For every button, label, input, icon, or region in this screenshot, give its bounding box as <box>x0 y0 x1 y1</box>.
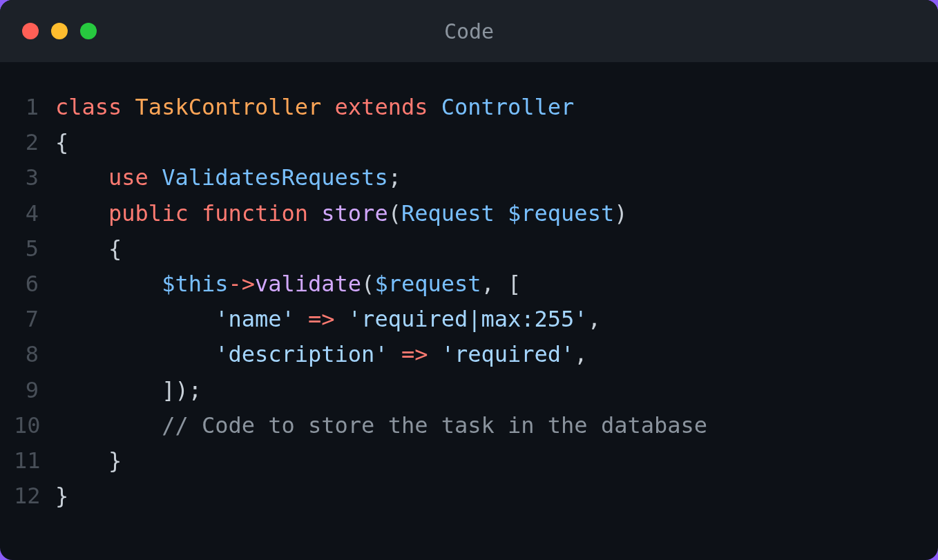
code-token: 'required' <box>441 341 575 367</box>
code-line[interactable]: 12} <box>14 479 924 514</box>
code-content[interactable]: } <box>55 479 68 514</box>
code-token: ; <box>388 164 401 191</box>
code-token: } <box>55 483 68 509</box>
code-token: ]); <box>55 377 202 403</box>
code-token: validate <box>255 271 361 297</box>
code-token <box>428 341 441 367</box>
code-line[interactable]: 5 { <box>14 231 924 267</box>
code-token: 'description' <box>215 341 387 367</box>
code-token: function <box>202 200 308 226</box>
code-token <box>55 164 108 191</box>
code-token <box>55 341 215 367</box>
line-number: 2 <box>14 125 55 160</box>
code-line[interactable]: 4 public function store(Request $request… <box>14 196 924 231</box>
code-token: ) <box>614 200 627 226</box>
code-content[interactable]: // Code to store the task in the databas… <box>55 408 707 443</box>
code-window: Code 1class TaskController extends Contr… <box>0 0 938 560</box>
code-line[interactable]: 6 $this->validate($request, [ <box>14 267 924 302</box>
code-token: Request <box>401 200 495 226</box>
code-token: $request <box>508 200 614 226</box>
code-token: } <box>55 447 122 474</box>
code-content[interactable]: public function store(Request $request) <box>55 196 627 231</box>
code-token <box>149 164 162 191</box>
minimize-button[interactable] <box>51 23 68 39</box>
code-token <box>321 94 334 120</box>
maximize-button[interactable] <box>80 23 97 39</box>
code-line[interactable]: 10 // Code to store the task in the data… <box>14 408 924 443</box>
code-token: { <box>55 129 68 155</box>
code-token: store <box>321 200 387 226</box>
code-content[interactable]: ]); <box>55 373 202 408</box>
code-token: , <box>574 341 587 367</box>
line-number: 7 <box>14 302 55 337</box>
code-token: extends <box>335 94 428 120</box>
code-editor[interactable]: 1class TaskController extends Controller… <box>0 62 938 560</box>
line-number: 6 <box>14 267 55 302</box>
code-content[interactable]: { <box>55 231 122 267</box>
code-token: -> <box>228 271 255 297</box>
code-token: TaskController <box>135 94 322 120</box>
window-controls <box>22 23 97 39</box>
code-token: $this <box>162 271 228 297</box>
code-token: ( <box>361 271 374 297</box>
code-line[interactable]: 11 } <box>14 443 924 479</box>
code-content[interactable]: class TaskController extends Controller <box>55 90 574 125</box>
code-token: 'required|max:255' <box>348 306 588 332</box>
code-token <box>335 306 348 332</box>
code-token: // Code to store the task in the databas… <box>162 412 707 438</box>
code-line[interactable]: 2{ <box>14 125 924 160</box>
code-token: $request <box>374 271 481 297</box>
code-token: { <box>55 235 122 262</box>
line-number: 10 <box>14 408 55 443</box>
code-token: , <box>588 306 601 332</box>
code-token <box>495 200 508 226</box>
code-token <box>55 306 215 332</box>
code-content[interactable]: { <box>55 125 68 160</box>
code-token <box>189 200 202 226</box>
line-number: 4 <box>14 196 55 231</box>
code-token <box>308 200 321 226</box>
code-token: ValidatesRequests <box>162 164 388 191</box>
line-number: 12 <box>14 479 55 514</box>
code-token <box>428 94 441 120</box>
code-token <box>55 412 162 438</box>
line-number: 3 <box>14 160 55 195</box>
line-number: 5 <box>14 231 55 267</box>
code-line[interactable]: 9 ]); <box>14 373 924 408</box>
code-token: public <box>108 200 189 226</box>
code-token: => <box>308 306 335 332</box>
code-token <box>122 94 135 120</box>
code-content[interactable]: 'description' => 'required', <box>55 337 588 372</box>
code-token: ( <box>388 200 401 226</box>
code-token: use <box>108 164 149 191</box>
code-content[interactable]: 'name' => 'required|max:255', <box>55 302 601 337</box>
code-token <box>388 341 401 367</box>
window-title: Code <box>444 19 494 44</box>
code-line[interactable]: 1class TaskController extends Controller <box>14 90 924 125</box>
code-line[interactable]: 7 'name' => 'required|max:255', <box>14 302 924 337</box>
code-token: class <box>55 94 122 120</box>
code-content[interactable]: } <box>55 443 122 479</box>
code-token: => <box>401 341 428 367</box>
code-token <box>55 271 162 297</box>
code-token: 'name' <box>215 306 295 332</box>
line-number: 8 <box>14 337 55 372</box>
code-content[interactable]: $this->validate($request, [ <box>55 267 521 302</box>
code-line[interactable]: 3 use ValidatesRequests; <box>14 160 924 195</box>
code-token: Controller <box>441 94 575 120</box>
window-titlebar: Code <box>0 0 938 62</box>
code-token <box>295 306 308 332</box>
code-token <box>55 200 108 226</box>
line-number: 9 <box>14 373 55 408</box>
close-button[interactable] <box>22 23 39 39</box>
line-number: 11 <box>14 443 55 479</box>
code-token: , [ <box>481 271 521 297</box>
code-line[interactable]: 8 'description' => 'required', <box>14 337 924 372</box>
code-content[interactable]: use ValidatesRequests; <box>55 160 401 195</box>
line-number: 1 <box>14 90 55 125</box>
